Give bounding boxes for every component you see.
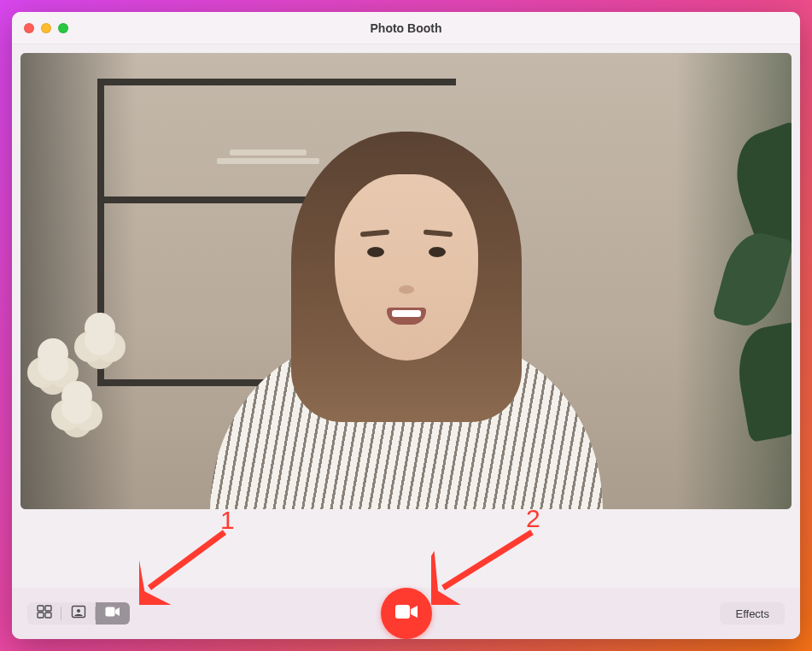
single-frame-icon — [71, 605, 86, 622]
four-up-mode-button[interactable] — [27, 602, 61, 625]
record-button[interactable] — [381, 588, 432, 639]
window-controls — [12, 23, 68, 33]
camera-viewport — [20, 53, 792, 509]
minimize-window-button[interactable] — [41, 23, 51, 33]
effects-button[interactable]: Effects — [720, 602, 785, 625]
window-title: Photo Booth — [12, 21, 800, 35]
single-photo-mode-button[interactable] — [61, 602, 96, 625]
video-camera-icon — [394, 603, 418, 624]
svg-rect-0 — [38, 606, 44, 611]
svg-rect-6 — [106, 607, 115, 617]
effects-button-label: Effects — [735, 607, 769, 620]
maximize-window-button[interactable] — [58, 23, 68, 33]
photo-booth-window: Photo Booth — [12, 12, 800, 639]
video-camera-icon — [105, 605, 120, 622]
svg-rect-2 — [38, 613, 44, 618]
svg-rect-1 — [45, 606, 51, 611]
svg-rect-3 — [45, 613, 51, 618]
thumbnail-strip — [12, 509, 800, 588]
svg-rect-7 — [395, 605, 410, 619]
video-mode-button[interactable] — [96, 602, 130, 625]
camera-subject-person — [193, 116, 620, 509]
close-window-button[interactable] — [24, 23, 34, 33]
grid-four-icon — [37, 605, 52, 622]
capture-mode-group — [27, 602, 130, 625]
titlebar: Photo Booth — [12, 12, 800, 44]
bottom-toolbar: Effects — [12, 588, 800, 639]
svg-point-5 — [77, 609, 80, 613]
